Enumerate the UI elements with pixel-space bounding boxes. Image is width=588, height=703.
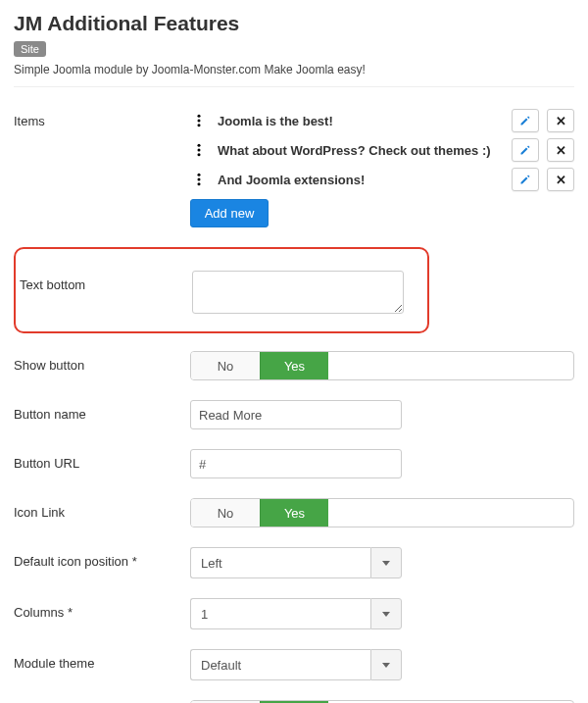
columns-row: Columns * 1 (14, 598, 574, 629)
module-theme-label: Module theme (14, 649, 190, 671)
drag-handle-icon[interactable] (190, 173, 208, 186)
drag-handle-icon[interactable] (190, 143, 208, 157)
module-description: Simple Joomla module by Joomla-Monster.c… (14, 63, 574, 76)
columns-label: Columns * (14, 598, 190, 620)
toggle-no[interactable]: No (191, 499, 260, 527)
button-url-input[interactable] (190, 449, 402, 478)
module-theme-row: Module theme Default (14, 649, 574, 680)
item-row: Joomla is the best! ✕ (190, 107, 574, 134)
remove-button[interactable]: ✕ (547, 138, 574, 162)
items-label: Items (14, 107, 190, 128)
remove-button[interactable]: ✕ (547, 168, 574, 191)
svg-point-7 (197, 177, 200, 180)
columns-select[interactable]: 1 (190, 598, 402, 629)
button-name-input[interactable] (190, 400, 402, 429)
default-icon-position-select[interactable]: Left (190, 547, 402, 578)
chevron-down-icon[interactable] (370, 649, 402, 680)
icon-link-label: Icon Link (14, 498, 190, 520)
show-button-row: Show button No Yes (14, 351, 574, 380)
default-icon-position-row: Default icon position * Left (14, 547, 574, 578)
page-title: JM Additional Features (14, 12, 574, 35)
edit-button[interactable] (512, 138, 539, 162)
text-bottom-input[interactable] (192, 271, 404, 314)
edit-button[interactable] (512, 109, 539, 132)
select-value[interactable]: Left (190, 547, 370, 578)
item-label: And Joomla extensions! (208, 173, 504, 187)
highlighted-text-bottom: Text bottom (14, 247, 429, 333)
toggle-yes[interactable]: Yes (260, 499, 328, 527)
show-button-label: Show button (14, 351, 190, 373)
header-divider (14, 86, 574, 87)
edit-button[interactable] (512, 168, 539, 191)
toggle-yes[interactable]: Yes (260, 352, 328, 379)
svg-point-2 (197, 124, 200, 126)
add-new-button[interactable]: Add new (190, 199, 269, 227)
svg-point-4 (197, 148, 200, 151)
remove-button[interactable]: ✕ (547, 109, 574, 132)
text-bottom-label: Text bottom (20, 271, 192, 292)
svg-point-0 (197, 115, 200, 118)
site-badge: Site (14, 41, 46, 57)
button-url-row: Button URL (14, 449, 574, 478)
item-label: What about WordPress? Check out themes :… (208, 143, 504, 158)
items-field: Joomla is the best! ✕ What about WordPre… (190, 107, 574, 227)
svg-point-5 (197, 153, 200, 156)
svg-point-6 (197, 174, 200, 176)
svg-point-1 (197, 119, 200, 122)
item-row: What about WordPress? Check out themes :… (190, 136, 574, 164)
items-row: Items Joomla is the best! ✕ What about W… (14, 107, 574, 227)
text-bottom-row: Text bottom (20, 271, 417, 314)
item-row: And Joomla extensions! ✕ (190, 166, 574, 193)
module-theme-select[interactable]: Default (190, 649, 402, 680)
show-button-toggle[interactable]: No Yes (190, 351, 574, 380)
svg-point-3 (197, 144, 200, 147)
icon-link-row: Icon Link No Yes (14, 498, 574, 527)
svg-point-8 (197, 182, 200, 185)
item-label: Joomla is the best! (208, 114, 504, 128)
icon-link-toggle[interactable]: No Yes (190, 498, 574, 527)
button-name-row: Button name (14, 400, 574, 429)
drag-handle-icon[interactable] (190, 114, 208, 127)
button-name-label: Button name (14, 400, 190, 422)
chevron-down-icon[interactable] (370, 598, 402, 629)
select-value[interactable]: Default (190, 649, 370, 680)
select-value[interactable]: 1 (190, 598, 370, 629)
chevron-down-icon[interactable] (370, 547, 402, 578)
toggle-no[interactable]: No (191, 352, 260, 379)
default-icon-position-label: Default icon position * (14, 547, 190, 569)
button-url-label: Button URL (14, 449, 190, 471)
